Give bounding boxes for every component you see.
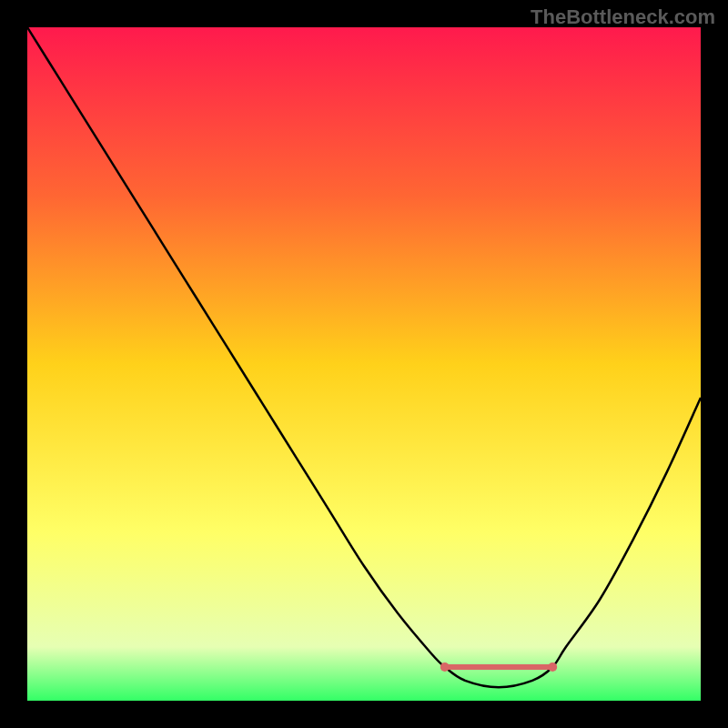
bottleneck-curve xyxy=(27,27,701,701)
optimal-zone-marker xyxy=(548,662,557,672)
chart-plot-area xyxy=(27,27,701,701)
watermark-text: TheBottleneck.com xyxy=(531,5,715,29)
optimal-zone-marker xyxy=(440,662,450,672)
